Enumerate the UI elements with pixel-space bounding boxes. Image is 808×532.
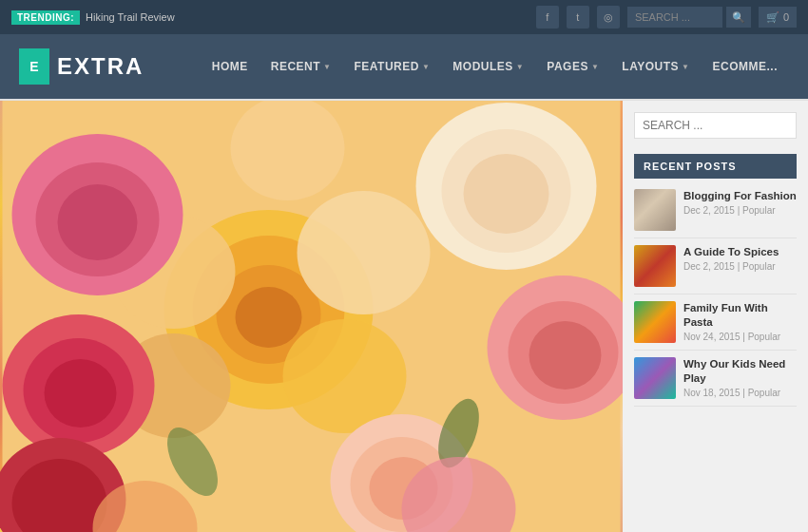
sidebar: RECENT POSTS Blogging For Fashion Dec 2,…: [623, 101, 808, 532]
recent-post-title: Why Our Kids Need Play: [683, 357, 797, 386]
recent-post-item[interactable]: Blogging For Fashion Dec 2, 2015 | Popul…: [634, 182, 797, 238]
svg-point-6: [298, 191, 431, 314]
nav-recent[interactable]: RECENT ▼: [260, 52, 343, 81]
trending-text: Hiking Trail Review: [86, 11, 175, 23]
recent-post-title: Family Fun With Pasta: [683, 301, 797, 330]
sidebar-search-input[interactable]: [634, 112, 797, 139]
search-bar-top: 🔍: [627, 7, 751, 28]
cart-symbol: 🛒: [766, 11, 779, 24]
main-nav: HOME RECENT ▼ FEATURED ▼ MODULES ▼ PAGES…: [182, 52, 789, 81]
cart-icon[interactable]: 🛒 0: [759, 7, 797, 28]
recent-post-item[interactable]: Why Our Kids Need Play Nov 18, 2015 | Po…: [634, 351, 797, 407]
nav-featured[interactable]: FEATURED ▼: [342, 52, 441, 81]
recent-posts-title: RECENT POSTS: [634, 154, 797, 179]
nav-layouts-arrow: ▼: [682, 63, 689, 71]
recent-post-thumb: [634, 357, 676, 399]
recent-post-info: Why Our Kids Need Play Nov 18, 2015 | Po…: [683, 357, 797, 399]
svg-point-14: [58, 184, 138, 260]
hero-image: [0, 101, 623, 532]
sidebar-search-section: [634, 112, 797, 139]
nav-recent-arrow: ▼: [323, 63, 331, 71]
recent-post-info: Blogging For Fashion Dec 2, 2015 | Popul…: [683, 189, 797, 231]
logo[interactable]: E EXTRA: [19, 48, 144, 85]
nav-recent-label: RECENT: [271, 60, 320, 73]
facebook-icon[interactable]: f: [536, 6, 559, 28]
top-bar-right: f t ◎ 🔍 🛒 0: [536, 6, 797, 28]
main-content: RECENT POSTS Blogging For Fashion Dec 2,…: [0, 101, 808, 532]
recent-post-info: Family Fun With Pasta Nov 24, 2015 | Pop…: [683, 301, 797, 343]
nav-ecommerce[interactable]: ECOMME...: [701, 52, 789, 81]
nav-layouts-label: LAYOUTS: [622, 60, 679, 73]
cart-count: 0: [783, 11, 789, 23]
instagram-icon[interactable]: ◎: [597, 6, 620, 28]
recent-post-title: Blogging For Fashion: [683, 189, 797, 203]
trending-label: TRENDING:: [11, 10, 80, 25]
recent-post-item[interactable]: Family Fun With Pasta Nov 24, 2015 | Pop…: [634, 294, 797, 351]
recent-post-info: A Guide To Spices Dec 2, 2015 | Popular: [683, 245, 797, 287]
recent-post-meta: Dec 2, 2015 | Popular: [683, 261, 797, 272]
hero-svg: [0, 101, 623, 532]
nav-modules-label: MODULES: [452, 60, 513, 73]
nav-ecommerce-label: ECOMME...: [712, 60, 778, 73]
recent-post-thumb: [634, 189, 676, 231]
svg-point-11: [45, 359, 117, 428]
search-input-top[interactable]: [627, 7, 722, 28]
trending-section: TRENDING: Hiking Trail Review: [11, 10, 175, 25]
nav-pages-arrow: ▼: [591, 63, 599, 71]
recent-posts-list: Blogging For Fashion Dec 2, 2015 | Popul…: [634, 182, 797, 407]
top-bar: TRENDING: Hiking Trail Review f t ◎ 🔍 🛒 …: [0, 0, 808, 34]
svg-point-20: [529, 321, 602, 390]
nav-pages-label: PAGES: [547, 60, 588, 73]
nav-featured-arrow: ▼: [422, 63, 430, 71]
svg-point-28: [231, 101, 345, 200]
recent-post-item[interactable]: A Guide To Spices Dec 2, 2015 | Popular: [634, 238, 797, 294]
svg-point-4: [236, 287, 302, 348]
recent-post-meta: Dec 2, 2015 | Popular: [683, 205, 797, 216]
search-button-top[interactable]: 🔍: [726, 7, 751, 28]
nav-layouts[interactable]: LAYOUTS ▼: [610, 52, 701, 81]
svg-point-17: [464, 154, 549, 234]
nav-modules[interactable]: MODULES ▼: [441, 52, 535, 81]
nav-pages[interactable]: PAGES ▼: [535, 52, 610, 81]
recent-post-title: A Guide To Spices: [683, 245, 797, 259]
recent-post-thumb: [634, 245, 676, 287]
nav-home[interactable]: HOME: [201, 52, 260, 81]
nav-home-label: HOME: [212, 60, 248, 73]
hero-section: [0, 101, 623, 532]
nav-modules-arrow: ▼: [516, 63, 524, 71]
recent-post-thumb: [634, 301, 676, 343]
nav-featured-label: FEATURED: [354, 60, 418, 73]
logo-text: EXTRA: [57, 53, 144, 80]
logo-icon: E: [19, 48, 49, 85]
header: E EXTRA HOME RECENT ▼ FEATURED ▼ MODULES…: [0, 34, 808, 99]
twitter-icon[interactable]: t: [567, 6, 589, 28]
recent-post-meta: Nov 24, 2015 | Popular: [683, 332, 797, 342]
recent-post-meta: Nov 18, 2015 | Popular: [683, 388, 797, 398]
